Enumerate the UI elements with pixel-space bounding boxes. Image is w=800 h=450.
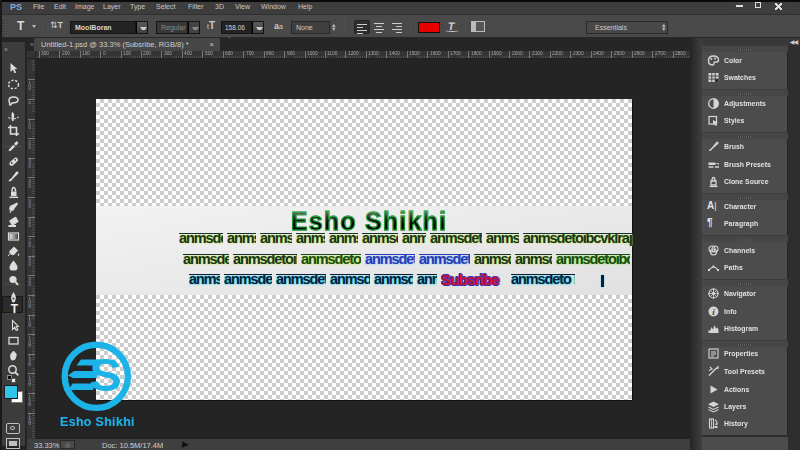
svg-text:S: S: [90, 350, 122, 401]
svg-text:Esho Shikhi: Esho Shikhi: [60, 415, 135, 429]
